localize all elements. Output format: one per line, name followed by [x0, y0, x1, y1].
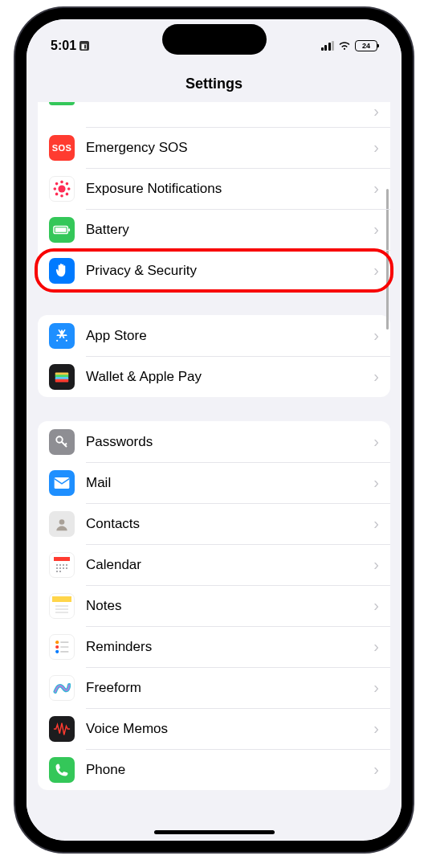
settings-row-phone[interactable]: Phone ›	[38, 749, 390, 790]
notes-icon	[49, 593, 75, 619]
battery-icon	[49, 217, 75, 243]
settings-group-apps: Passwords › Mail › Contacts ›	[38, 421, 390, 790]
row-label: Battery	[86, 222, 362, 238]
row-label: Contacts	[86, 516, 362, 532]
chevron-right-icon: ›	[373, 432, 379, 451]
settings-row-reminders[interactable]: Reminders ›	[38, 626, 390, 667]
screen: 5:01 ◧ 24 Settings ›	[26, 19, 402, 841]
svg-point-4	[68, 188, 70, 190]
row-label: Reminders	[86, 639, 362, 655]
svg-point-25	[66, 564, 67, 566]
row-label: Mail	[86, 475, 362, 491]
settings-row-notes[interactable]: Notes ›	[38, 585, 390, 626]
row-label: Calendar	[86, 557, 362, 573]
reminders-icon	[49, 634, 75, 660]
svg-point-26	[56, 567, 58, 569]
chevron-right-icon: ›	[373, 102, 379, 121]
svg-point-36	[55, 641, 59, 644]
mail-icon	[49, 470, 75, 496]
row-label: Privacy & Security	[86, 263, 362, 279]
key-icon	[49, 429, 75, 455]
sos-icon: SOS	[49, 135, 75, 161]
row-label: Notes	[86, 598, 362, 614]
page-title: Settings	[26, 64, 402, 102]
chevron-right-icon: ›	[373, 367, 379, 386]
home-indicator[interactable]	[154, 830, 275, 834]
svg-point-6	[67, 182, 68, 184]
svg-rect-32	[52, 596, 71, 602]
freeform-icon	[49, 675, 75, 701]
svg-rect-11	[68, 228, 70, 231]
svg-point-13	[66, 339, 67, 341]
calendar-icon	[49, 552, 75, 578]
svg-point-5	[56, 182, 58, 184]
row-label: App Store	[86, 328, 362, 344]
svg-point-22	[56, 564, 58, 566]
settings-row-exposure-notifications[interactable]: Exposure Notifications ›	[38, 168, 390, 209]
chevron-right-icon: ›	[373, 179, 379, 198]
settings-row-voice-memos[interactable]: Voice Memos ›	[38, 708, 390, 749]
chevron-right-icon: ›	[373, 514, 379, 533]
settings-row-partial[interactable]: ›	[38, 102, 390, 127]
location-indicator-icon: ◧	[79, 41, 89, 51]
exposure-icon	[49, 176, 75, 202]
svg-point-7	[56, 193, 58, 194]
settings-row-emergency-sos[interactable]: SOS Emergency SOS ›	[38, 127, 390, 168]
settings-row-mail[interactable]: Mail ›	[38, 462, 390, 503]
clock: 5:01	[51, 39, 76, 53]
svg-point-8	[67, 193, 68, 194]
svg-point-27	[59, 567, 61, 569]
settings-row-battery[interactable]: Battery ›	[38, 209, 390, 250]
chevron-right-icon: ›	[373, 138, 379, 157]
row-label: Wallet & Apple Pay	[86, 369, 362, 385]
svg-point-20	[59, 519, 65, 525]
settings-row-privacy-security[interactable]: Privacy & Security ›	[38, 250, 390, 291]
wifi-icon	[338, 41, 351, 51]
svg-point-30	[56, 571, 58, 572]
svg-point-12	[56, 339, 58, 341]
settings-list[interactable]: › SOS Emergency SOS › Exposure Notificat…	[26, 102, 402, 840]
svg-point-31	[59, 571, 61, 572]
chevron-right-icon: ›	[373, 473, 379, 492]
chevron-right-icon: ›	[373, 719, 379, 738]
chevron-right-icon: ›	[373, 261, 379, 280]
battery-icon: 24	[355, 40, 377, 51]
cellular-signal-icon	[321, 41, 335, 51]
svg-point-29	[66, 567, 67, 569]
chevron-right-icon: ›	[373, 637, 379, 656]
svg-point-23	[59, 564, 61, 566]
row-label: Passwords	[86, 434, 362, 450]
svg-point-3	[54, 188, 55, 190]
contacts-icon	[49, 511, 75, 537]
svg-point-1	[61, 181, 63, 182]
hand-icon	[49, 258, 75, 284]
svg-rect-21	[54, 557, 70, 561]
svg-rect-17	[55, 379, 69, 382]
settings-group-store: App Store › Wallet & Apple Pay ›	[38, 315, 390, 397]
settings-row-wallet-apple-pay[interactable]: Wallet & Apple Pay ›	[38, 356, 390, 397]
chevron-right-icon: ›	[373, 760, 379, 779]
app-store-icon	[49, 323, 75, 349]
svg-point-37	[55, 645, 59, 648]
chevron-right-icon: ›	[373, 220, 379, 239]
wallet-icon	[49, 364, 75, 390]
chevron-right-icon: ›	[373, 555, 379, 574]
phone-icon	[49, 757, 75, 783]
settings-row-contacts[interactable]: Contacts ›	[38, 503, 390, 544]
chevron-right-icon: ›	[373, 678, 379, 697]
phone-frame: 5:01 ◧ 24 Settings ›	[15, 8, 413, 852]
chevron-right-icon: ›	[373, 326, 379, 345]
settings-row-passwords[interactable]: Passwords ›	[38, 421, 390, 462]
settings-row-app-store[interactable]: App Store ›	[38, 315, 390, 356]
svg-point-38	[55, 649, 59, 653]
settings-row-freeform[interactable]: Freeform ›	[38, 667, 390, 708]
svg-rect-10	[55, 227, 67, 232]
svg-point-2	[61, 194, 63, 196]
row-label: Emergency SOS	[86, 140, 362, 156]
settings-group-system: › SOS Emergency SOS › Exposure Notificat…	[38, 102, 390, 291]
chevron-right-icon: ›	[373, 596, 379, 615]
row-label: Voice Memos	[86, 721, 362, 737]
settings-row-calendar[interactable]: Calendar ›	[38, 544, 390, 585]
svg-point-28	[63, 567, 64, 569]
voice-memos-icon	[49, 716, 75, 742]
